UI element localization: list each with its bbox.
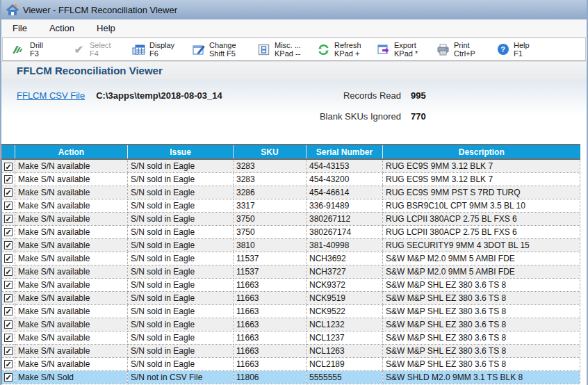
select-button[interactable]: ✔ SelectF4 — [72, 41, 115, 58]
row-checkbox[interactable]: ✓ — [4, 307, 13, 316]
toolbar: DrillF3 ✔ SelectF4 — [2, 38, 586, 61]
table-row[interactable]: ✓ Make S/N available S/N sold in Eagle 1… — [2, 331, 580, 344]
checkbox-cell: ✓ — [2, 186, 15, 199]
row-checkbox[interactable]: ✓ — [4, 202, 13, 210]
action-cell: Make S/N Sold — [15, 370, 128, 384]
table-row[interactable]: ✓ Make S/N available S/N sold in Eagle 1… — [2, 278, 580, 291]
description-cell: S&W M&P SHL EZ 380 3.6 TS 8 — [383, 291, 580, 304]
row-checkbox[interactable]: ✓ — [4, 373, 13, 382]
description-column-header[interactable]: Description — [383, 145, 580, 159]
sku-cell: 11663 — [234, 344, 307, 357]
action-cell: Make S/N available — [15, 238, 128, 252]
table-row[interactable]: ✓ Make S/N available S/N sold in Eagle 1… — [2, 304, 580, 318]
print-button[interactable]: PrintCtrl+P — [436, 41, 480, 58]
help-button[interactable]: ? HelpF1 — [496, 41, 539, 58]
print-label: PrintCtrl+P — [454, 41, 475, 58]
checkbox-cell: ✓ — [2, 278, 15, 291]
table-row[interactable]: ✓ Make S/N available S/N sold in Eagle 1… — [2, 318, 580, 331]
issue-cell: S/N not in CSV File — [128, 370, 234, 384]
description-cell: S&W M&P SHL EZ 380 3.6 TS 8 — [383, 278, 580, 291]
issue-cell: S/N sold in Eagle — [128, 172, 234, 186]
menu-file[interactable]: File — [13, 20, 37, 36]
table-row[interactable]: ✓ Make S/N available S/N sold in Eagle 1… — [2, 291, 580, 304]
sku-cell: 11663 — [234, 357, 307, 370]
description-cell: S&W M&P SHL EZ 380 3.6 TS 8 — [383, 304, 580, 318]
checkbox-cell: ✓ — [2, 212, 15, 225]
issue-cell: S/N sold in Eagle — [128, 186, 234, 199]
row-checkbox[interactable]: ✓ — [4, 228, 13, 236]
description-cell: RUG LCPII 380ACP 2.75 BL FXS 6 — [383, 212, 580, 225]
issue-cell: S/N sold in Eagle — [128, 159, 234, 172]
row-checkbox[interactable]: ✓ — [4, 320, 13, 329]
checkbox-cell: ✓ — [2, 199, 15, 212]
serial-number-cell: NCK9519 — [307, 291, 383, 304]
action-cell: Make S/N available — [15, 225, 128, 238]
table-row[interactable]: ✓ Make S/N available S/N sold in Eagle 3… — [2, 212, 580, 225]
row-checkbox[interactable]: ✓ — [4, 347, 13, 355]
fflcm-csv-file-link[interactable]: FFLCM CSV File — [17, 90, 85, 101]
table-row[interactable]: ✓ Make S/N available S/N sold in Eagle 3… — [2, 199, 580, 212]
table-row[interactable]: ✓ Make S/N available S/N sold in Eagle 3… — [2, 159, 580, 172]
row-checkbox[interactable]: ✓ — [4, 360, 13, 368]
export-icon — [377, 43, 390, 56]
description-cell: S&W M&P SHL EZ 380 3.6 TS 8 — [383, 318, 580, 331]
row-checkbox[interactable]: ✓ — [4, 163, 13, 171]
drill-button[interactable]: DrillF3 — [13, 41, 56, 58]
table-row[interactable]: ✓ Make S/N available S/N sold in Eagle 3… — [2, 225, 580, 238]
change-button[interactable]: ChangeShift F5 — [192, 41, 240, 58]
refresh-button[interactable]: RefreshKPad + — [317, 41, 360, 58]
description-cell: RUG EC9S 9MM 3.12 BLK 7 — [383, 172, 580, 186]
app-window: Viewer - FFLCM Reconciliation Viewer Fil… — [0, 0, 588, 385]
checkbox-cell: ✓ — [2, 159, 15, 172]
row-checkbox[interactable]: ✓ — [4, 334, 13, 342]
export-button[interactable]: ExportKPad * — [377, 41, 420, 58]
row-checkbox[interactable]: ✓ — [4, 215, 13, 223]
table-row[interactable]: ✓ Make S/N available S/N sold in Eagle 3… — [2, 238, 580, 252]
table-header-row: Action Issue SKU Serial Number Descripti… — [2, 145, 580, 159]
action-cell: Make S/N available — [15, 265, 128, 278]
sku-column-header[interactable]: SKU — [234, 145, 307, 159]
sku-cell: 3750 — [234, 212, 307, 225]
issue-cell: S/N sold in Eagle — [128, 212, 234, 225]
serial-number-cell: 5555555 — [307, 370, 383, 384]
action-cell: Make S/N available — [15, 186, 128, 199]
help-label: HelpF1 — [514, 41, 530, 58]
row-checkbox[interactable]: ✓ — [4, 254, 13, 263]
table-row[interactable]: ✓ Make S/N available S/N sold in Eagle 1… — [2, 344, 580, 357]
menu-action[interactable]: Action — [49, 20, 84, 36]
home-icon — [6, 3, 19, 16]
action-cell: Make S/N available — [15, 278, 128, 291]
table-body: ✓ Make S/N available S/N sold in Eagle 3… — [2, 159, 580, 384]
records-read-stat: Records Read 995 — [224, 90, 426, 101]
title-bar[interactable]: Viewer - FFLCM Reconciliation Viewer — [1, 0, 587, 19]
row-checkbox[interactable]: ✓ — [4, 241, 13, 249]
table-row[interactable]: ✓ Make S/N available S/N sold in Eagle 1… — [2, 265, 580, 278]
row-checkbox[interactable]: ✓ — [4, 268, 13, 276]
change-edit-icon — [192, 43, 205, 56]
misc-button[interactable]: Misc. ...KPad -- — [257, 41, 300, 58]
table-wrap: Action Issue SKU Serial Number Descripti… — [1, 144, 587, 384]
table-row[interactable]: ✓ Make S/N available S/N sold in Eagle 3… — [2, 186, 580, 199]
table-row[interactable]: ✓ Make S/N available S/N sold in Eagle 1… — [2, 252, 580, 265]
checkbox-cell: ✓ — [2, 172, 15, 186]
drill-label: DrillF3 — [30, 41, 43, 58]
window-title: Viewer - FFLCM Reconciliation Viewer — [23, 5, 177, 15]
row-checkbox[interactable]: ✓ — [4, 281, 13, 289]
table-row[interactable]: ✓ Make S/N available S/N sold in Eagle 1… — [2, 357, 580, 370]
description-cell: S&W M&P M2.0 9MM 5 AMBI FDE — [383, 252, 580, 265]
issue-cell: S/N sold in Eagle — [128, 238, 234, 252]
action-column-header[interactable]: Action — [15, 145, 128, 159]
serial-number-column-header[interactable]: Serial Number — [307, 145, 383, 159]
issue-column-header[interactable]: Issue — [128, 145, 234, 159]
table-row[interactable]: ✓ Make S/N Sold S/N not in CSV File 1180… — [2, 370, 580, 384]
menu-help[interactable]: Help — [97, 20, 125, 36]
table-row[interactable]: ✓ Make S/N available S/N sold in Eagle 3… — [2, 172, 580, 186]
row-checkbox[interactable]: ✓ — [4, 175, 13, 183]
display-button[interactable]: DisplayF6 — [132, 41, 175, 58]
row-checkbox[interactable]: ✓ — [4, 188, 13, 197]
action-cell: Make S/N available — [15, 344, 128, 357]
row-checkbox[interactable]: ✓ — [4, 294, 13, 302]
sku-cell: 3283 — [234, 159, 307, 172]
blank-skus-stat: Blank SKUs Ignored 770 — [224, 111, 426, 122]
checkbox-cell: ✓ — [2, 238, 15, 252]
